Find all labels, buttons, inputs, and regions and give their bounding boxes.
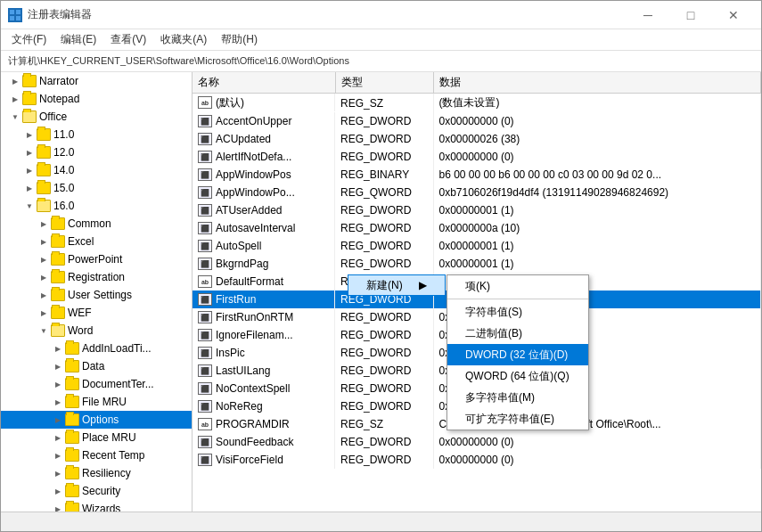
table-row[interactable]: ⬛AppWindowPo...REG_QWORD0xb7106026f19d4d…: [193, 184, 761, 201]
expander-icon[interactable]: ▶: [51, 502, 65, 512]
reg-dword-icon: ⬛: [198, 151, 212, 163]
maximize-button[interactable]: □: [670, 1, 711, 29]
expander-icon[interactable]: ▶: [37, 252, 51, 266]
menu-item-binary[interactable]: 二进制值(B): [447, 323, 588, 344]
expander-icon[interactable]: ▼: [37, 323, 51, 338]
expander-icon[interactable]: ▶: [51, 484, 65, 498]
menu-help[interactable]: 帮助(H): [214, 30, 265, 49]
tree-item-office[interactable]: ▼Office: [1, 108, 192, 126]
expander-icon[interactable]: ▶: [51, 341, 65, 356]
expander-icon[interactable]: ▶: [37, 306, 51, 320]
table-row[interactable]: ⬛AppWindowPosREG_BINARYb6 00 00 00 b6 00…: [193, 166, 761, 184]
expander-icon[interactable]: ▶: [51, 413, 65, 427]
folder-icon: [22, 75, 37, 87]
tree-item-16[interactable]: ▼16.0: [1, 197, 192, 215]
tree-item-11[interactable]: ▶11.0: [1, 126, 192, 143]
expander-icon[interactable]: ▶: [22, 181, 37, 195]
cell-data: 0x00000000 (0): [433, 148, 761, 166]
menu-item-multistring[interactable]: 多字符串值(M): [447, 387, 588, 408]
expander-icon[interactable]: ▶: [51, 395, 65, 409]
reg-name: NoReReg: [216, 400, 263, 413]
tree-item-documentter[interactable]: ▶DocumentTer...: [1, 375, 192, 393]
table-row[interactable]: ⬛AutoSpellREG_DWORD0x00000001 (1): [193, 237, 761, 255]
expander-icon[interactable]: ▶: [37, 288, 51, 302]
expander-icon[interactable]: ▶: [8, 92, 22, 106]
table-row[interactable]: ⬛ACUpdatedREG_DWORD0x00000026 (38): [193, 130, 761, 148]
tree-label: Security: [82, 485, 120, 497]
cell-name: ⬛BkgrndPag: [193, 255, 335, 273]
table-row[interactable]: ⬛SoundFeedbackREG_DWORD0x00000000 (0): [193, 433, 761, 451]
expander-icon[interactable]: ▶: [51, 448, 65, 462]
expander-icon[interactable]: ▶: [22, 163, 37, 177]
reg-sz-icon: ab: [198, 418, 212, 430]
cell-data: 0xb7106026f19d4df4 (13191149028946824692…: [433, 184, 761, 201]
expander-icon[interactable]: ▶: [22, 145, 37, 160]
menu-item-qword[interactable]: QWORD (64 位值)(Q): [447, 365, 588, 387]
expander-icon[interactable]: ▶: [51, 430, 65, 445]
tree-item-common[interactable]: ▶Common: [1, 215, 192, 233]
title-bar: 注册表编辑器 ─ □ ✕: [1, 1, 761, 29]
expander-icon[interactable]: ▶: [37, 217, 51, 231]
reg-name: VisiForceField: [216, 454, 283, 466]
menu-separator: [447, 299, 588, 299]
tree-item-powerpoint[interactable]: ▶PowerPoint: [1, 250, 192, 268]
table-row[interactable]: ⬛AlertIfNotDefa...REG_DWORD0x00000000 (0…: [193, 148, 761, 166]
menu-edit[interactable]: 编辑(E): [53, 30, 103, 49]
menu-item-key[interactable]: 项(K): [447, 275, 588, 297]
cell-data: b6 00 00 00 b6 00 00 00 c0 03 00 00 9d 0…: [433, 166, 761, 184]
table-row[interactable]: ab(默认)REG_SZ(数值未设置): [193, 94, 761, 113]
tree-item-resiliency[interactable]: ▶Resiliency: [1, 464, 192, 482]
tree-item-word[interactable]: ▼Word: [1, 322, 192, 340]
tree-item-addininloadti[interactable]: ▶AddInLoadTi...: [1, 340, 192, 357]
expander-icon[interactable]: ▶: [51, 359, 65, 373]
expander-icon[interactable]: ▶: [37, 234, 51, 249]
tree-item-wizards[interactable]: ▶Wizards: [1, 500, 192, 512]
expander-icon[interactable]: ▼: [22, 199, 37, 213]
tree-item-narrator[interactable]: ▶Narrator: [1, 72, 192, 90]
menu-item-expandstring[interactable]: 可扩充字符串值(E): [447, 408, 588, 430]
menu-item-string[interactable]: 字符串值(S): [447, 301, 588, 323]
cell-name: abDefaultFormat: [193, 273, 335, 291]
table-row[interactable]: ⬛ATUserAddedREG_DWORD0x00000001 (1): [193, 201, 761, 219]
tree-item-15[interactable]: ▶15.0: [1, 179, 192, 197]
expander-icon[interactable]: ▶: [8, 74, 22, 88]
minimize-button[interactable]: ─: [627, 1, 668, 29]
tree-item-data[interactable]: ▶Data: [1, 357, 192, 375]
expander-icon[interactable]: ▶: [51, 377, 65, 391]
table-row[interactable]: ⬛AutosaveIntervalREG_DWORD0x0000000a (10…: [193, 219, 761, 237]
tree-panel[interactable]: ▶Narrator▶Notepad▼Office▶11.0▶12.0▶14.0▶…: [1, 72, 193, 512]
tree-item-security[interactable]: ▶Security: [1, 482, 192, 500]
cell-name: ⬛AccentOnUpper: [193, 112, 335, 130]
expander-icon[interactable]: ▼: [8, 110, 22, 124]
tree-item-notepad[interactable]: ▶Notepad: [1, 90, 192, 108]
folder-icon: [51, 271, 65, 283]
registry-editor-window: 注册表编辑器 ─ □ ✕ 文件(F) 编辑(E) 查看(V) 收藏夹(A) 帮助…: [0, 0, 762, 532]
tree-item-recenttemp[interactable]: ▶Recent Temp: [1, 446, 192, 464]
expander-icon[interactable]: ▶: [22, 127, 37, 142]
new-submenu-button[interactable]: 新建(N) ▶: [348, 274, 446, 296]
tree-label: 11.0: [53, 128, 74, 141]
close-button[interactable]: ✕: [713, 1, 754, 29]
tree-item-14[interactable]: ▶14.0: [1, 161, 192, 179]
tree-item-usersettings[interactable]: ▶User Settings: [1, 286, 192, 304]
menu-file[interactable]: 文件(F): [4, 30, 53, 49]
menu-item-dword[interactable]: DWORD (32 位值)(D): [447, 344, 588, 365]
tree-item-placemru[interactable]: ▶Place MRU: [1, 429, 192, 446]
tree-item-12[interactable]: ▶12.0: [1, 143, 192, 161]
cell-type: REG_DWORD: [335, 380, 433, 397]
menu-favorites[interactable]: 收藏夹(A): [153, 30, 214, 49]
table-row[interactable]: ⬛VisiForceFieldREG_DWORD0x00000000 (0): [193, 451, 761, 469]
expander-icon[interactable]: ▶: [37, 270, 51, 284]
tree-item-excel[interactable]: ▶Excel: [1, 233, 192, 250]
expander-icon[interactable]: ▶: [51, 466, 65, 480]
table-row[interactable]: ⬛BkgrndPagREG_DWORD0x00000001 (1): [193, 255, 761, 273]
reg-name: AutosaveInterval: [216, 222, 295, 234]
tree-label: WEF: [68, 307, 92, 319]
tree-item-registration[interactable]: ▶Registration: [1, 268, 192, 286]
tree-item-options[interactable]: ▶Options: [1, 411, 192, 429]
menu-view[interactable]: 查看(V): [103, 30, 153, 49]
reg-dword-icon: ⬛: [198, 186, 212, 199]
tree-item-wef[interactable]: ▶WEF: [1, 304, 192, 322]
table-row[interactable]: ⬛AccentOnUpperREG_DWORD0x00000000 (0): [193, 112, 761, 130]
tree-item-filemru[interactable]: ▶File MRU: [1, 393, 192, 411]
